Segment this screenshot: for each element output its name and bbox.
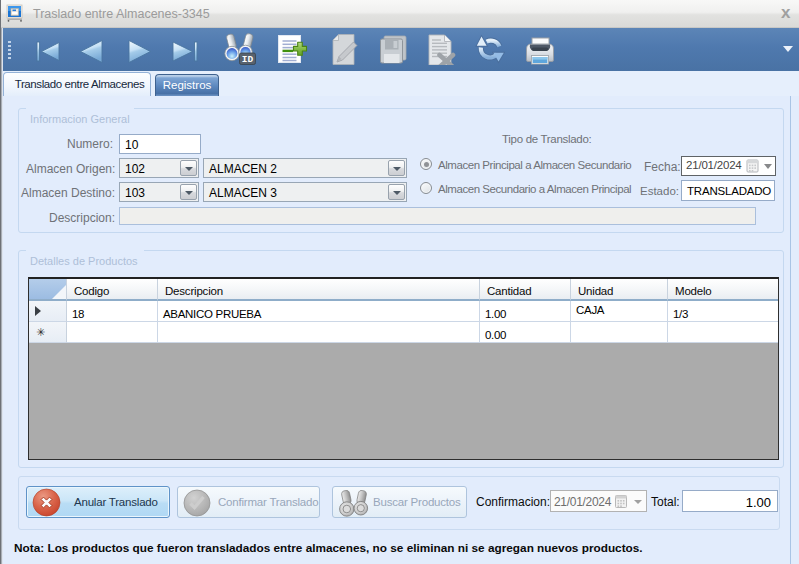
- svg-text:ID: ID: [242, 54, 254, 65]
